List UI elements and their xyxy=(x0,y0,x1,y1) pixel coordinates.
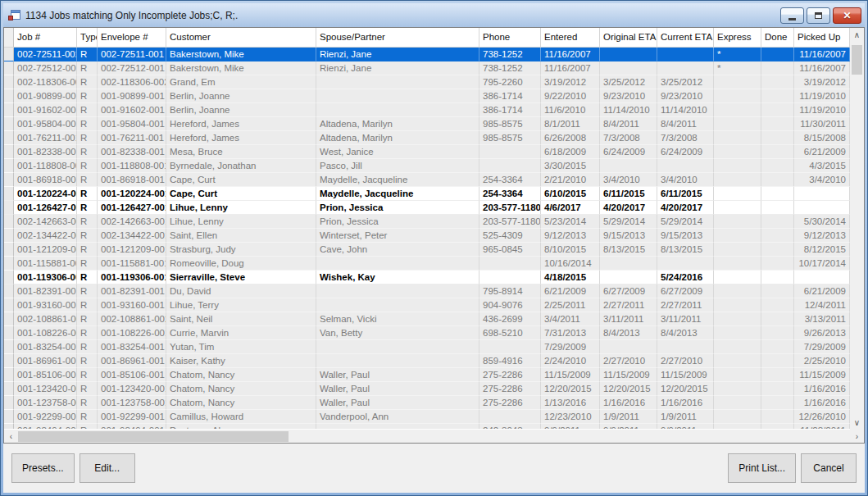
table-row[interactable]: 001-92299-001R001-92299-001Camillus, How… xyxy=(4,410,850,424)
close-button[interactable]: ✕ xyxy=(833,7,861,24)
table-row[interactable]: 001-120224-001R001-120224-001Cape, CurtM… xyxy=(4,187,850,201)
cell-picked-up: 9/26/2013 xyxy=(794,326,850,340)
cell-express xyxy=(714,229,761,243)
table-row[interactable]: 001-119306-001R001-119306-001Sierraville… xyxy=(4,271,850,284)
table-row[interactable]: 001-118808-001R001-118808-001Byrnedale, … xyxy=(4,159,850,173)
row-selector-cell[interactable] xyxy=(4,215,14,229)
row-selector-cell[interactable] xyxy=(4,48,14,61)
table-row[interactable]: 001-76211-001R001-76211-001Hereford, Jam… xyxy=(4,131,850,145)
column-header-current-eta[interactable]: Current ETA xyxy=(657,28,714,47)
table-row[interactable]: 001-82391-001R001-82391-001Du, David795-… xyxy=(4,284,850,298)
title-bar[interactable]: 1134 Jobs matching Only Incomplete Jobs;… xyxy=(3,3,865,27)
row-selector-cell[interactable] xyxy=(4,159,14,173)
cell-entered: 7/31/2013 xyxy=(541,326,600,340)
table-row[interactable]: 001-91602-001R001-91602-001Berlin, Joann… xyxy=(4,103,850,117)
table-row[interactable]: 002-142663-001R002-142663-001Lihue, Lenn… xyxy=(4,215,850,229)
cell-original-eta: 8/4/2013 xyxy=(600,326,657,340)
cell-job-number: 001-90899-001 xyxy=(14,89,77,103)
table-row[interactable]: 002-134422-001R002-134422-001Saint, Elle… xyxy=(4,229,850,243)
row-selector-cell[interactable] xyxy=(4,340,14,354)
row-selector-cell[interactable] xyxy=(4,410,14,424)
table-row[interactable]: 001-115881-001R001-115881-001Romeoville,… xyxy=(4,257,850,271)
cell-customer: Saint, Ellen xyxy=(166,229,316,243)
row-selector-cell[interactable] xyxy=(4,201,14,215)
cell-entered: 5/23/2014 xyxy=(541,215,600,229)
table-row[interactable]: 001-121209-001R001-121209-001Strasburg, … xyxy=(4,243,850,257)
column-header-spouse-partner[interactable]: Spouse/Partner xyxy=(316,28,479,47)
table-row[interactable]: 001-123420-001R001-123420-001Chatom, Nan… xyxy=(4,382,850,396)
presets-button[interactable]: Presets... xyxy=(11,453,75,483)
column-header-job-number[interactable]: Job # xyxy=(14,28,77,47)
cell-type: R xyxy=(77,173,98,187)
table-row[interactable]: 002-72512-002R002-72512-001Bakerstown, M… xyxy=(4,61,850,75)
scroll-down-icon[interactable]: ∨ xyxy=(850,416,864,430)
row-selector-cell[interactable] xyxy=(4,117,14,131)
row-selector-cell[interactable] xyxy=(4,243,14,257)
table-row[interactable]: 001-126427-001R001-126427-001Lihue, Lenn… xyxy=(4,201,850,215)
edit-button[interactable]: Edit... xyxy=(80,453,135,483)
scroll-right-icon[interactable]: › xyxy=(850,430,864,444)
cell-picked-up xyxy=(794,187,850,201)
horizontal-scrollbar[interactable]: ‹ › xyxy=(4,430,864,444)
window-icon[interactable] xyxy=(8,10,20,20)
row-selector-cell[interactable] xyxy=(4,298,14,312)
row-selector-cell[interactable] xyxy=(4,271,14,284)
scroll-left-icon[interactable]: ‹ xyxy=(4,430,18,444)
column-header-original-eta[interactable]: Original ETA xyxy=(600,28,657,47)
vertical-scrollbar[interactable]: ∧ ∨ xyxy=(850,28,864,430)
horizontal-scroll-thumb[interactable] xyxy=(18,431,289,442)
table-row[interactable]: 001-85106-001R001-85106-001Chatom, Nancy… xyxy=(4,368,850,382)
table-row[interactable]: 001-86961-001R001-86961-001Kaiser, Kathy… xyxy=(4,354,850,368)
column-header-type[interactable]: Type xyxy=(77,28,98,47)
maximize-button[interactable] xyxy=(807,7,830,24)
column-header-picked-up[interactable]: Picked Up xyxy=(794,28,850,47)
row-selector-cell[interactable] xyxy=(4,131,14,145)
table-row[interactable]: 001-93160-001R001-93160-001Lihue, Terry9… xyxy=(4,298,850,312)
row-selector-cell[interactable] xyxy=(4,229,14,243)
column-header-phone[interactable]: Phone xyxy=(479,28,541,47)
row-selector-cell[interactable] xyxy=(4,145,14,159)
row-selector-cell[interactable] xyxy=(4,326,14,340)
row-selector-cell[interactable] xyxy=(4,382,14,396)
table-row[interactable]: 001-83254-001R001-83254-001Yutan, Tim7/2… xyxy=(4,340,850,354)
row-selector-cell[interactable] xyxy=(4,396,14,410)
column-header-entered[interactable]: Entered xyxy=(541,28,600,47)
row-selector-cell[interactable] xyxy=(4,61,14,75)
table-row[interactable]: 001-82338-001R001-82338-001Mesa, BruceWe… xyxy=(4,145,850,159)
row-selector-cell[interactable] xyxy=(4,284,14,298)
row-selector-cell[interactable] xyxy=(4,187,14,201)
column-header-customer[interactable]: Customer xyxy=(166,28,316,47)
column-header-done[interactable]: Done xyxy=(761,28,794,47)
vertical-scroll-thumb[interactable] xyxy=(852,45,862,75)
column-header-express[interactable]: Express xyxy=(714,28,761,47)
cell-job-number: 002-142663-001 xyxy=(14,215,77,229)
minimize-button[interactable] xyxy=(780,7,804,24)
column-header-envelope-number[interactable]: Envelope # xyxy=(98,28,166,47)
cancel-button[interactable]: Cancel xyxy=(801,453,857,483)
cell-customer: Dustman, Al xyxy=(166,424,316,429)
table-row[interactable]: 001-123758-001R001-123758-001Chatom, Nan… xyxy=(4,396,850,410)
row-selector-cell[interactable] xyxy=(4,75,14,89)
row-selector-cell[interactable] xyxy=(4,368,14,382)
table-row[interactable]: 001-108226-001R001-108226-001Currie, Mar… xyxy=(4,326,850,340)
cell-spouse-partner: Waller, Paul xyxy=(316,382,479,396)
cell-phone: 254-3364 xyxy=(479,187,541,201)
row-selector-cell[interactable] xyxy=(4,173,14,187)
table-row[interactable]: 002-118306-002R002-118306-002Grand, Em79… xyxy=(4,75,850,89)
scroll-up-icon[interactable]: ∧ xyxy=(850,28,864,42)
cell-entered: 8/1/2011 xyxy=(541,117,600,131)
row-selector-cell[interactable] xyxy=(4,89,14,103)
print-list-button[interactable]: Print List... xyxy=(728,453,796,483)
row-selector-cell[interactable] xyxy=(4,424,14,429)
row-selector-cell[interactable] xyxy=(4,257,14,271)
table-row[interactable]: 001-90899-001R001-90899-001Berlin, Joann… xyxy=(4,89,850,103)
table-row[interactable]: 002-72511-002R002-72511-001Bakerstown, M… xyxy=(4,48,850,61)
table-row[interactable]: 001-98494-001R001-98494-001Dustman, Al24… xyxy=(4,424,850,429)
table-row[interactable]: 002-108861-002R002-108861-002Saint, Neil… xyxy=(4,312,850,326)
row-selector-cell[interactable] xyxy=(4,312,14,326)
row-selector-cell[interactable] xyxy=(4,103,14,117)
row-selector-cell[interactable] xyxy=(4,354,14,368)
cell-job-number: 001-123758-001 xyxy=(14,396,77,410)
table-row[interactable]: 001-95804-001R001-95804-001Hereford, Jam… xyxy=(4,117,850,131)
table-row[interactable]: 001-86918-001R001-86918-001Cape, CurtMay… xyxy=(4,173,850,187)
